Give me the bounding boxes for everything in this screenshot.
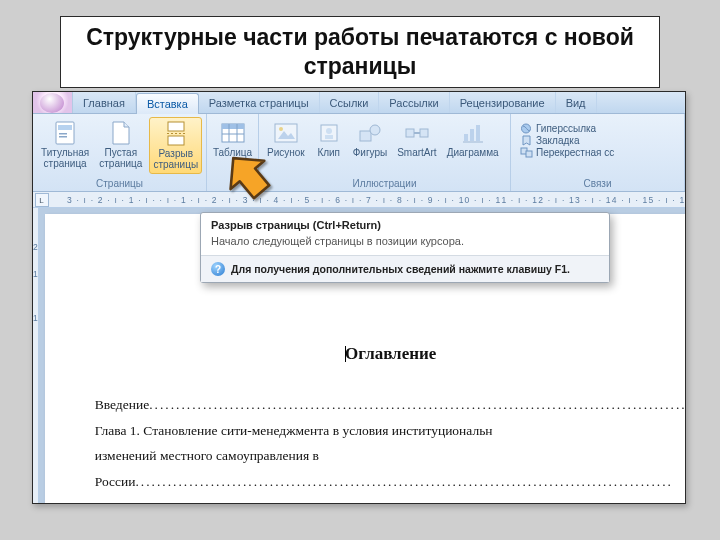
svg-rect-8 xyxy=(222,124,244,129)
tool-bookmark[interactable]: Закладка xyxy=(520,135,614,146)
svg-rect-1 xyxy=(58,125,72,130)
clip-icon xyxy=(315,120,343,146)
tab-references[interactable]: Ссылки xyxy=(320,92,380,113)
group-links: Гиперссылка Закладка Перекрестная сс Свя… xyxy=(511,114,685,191)
toc-line-ch1a: Глава 1. Становление сити-менеджмента в … xyxy=(95,418,686,444)
svg-rect-20 xyxy=(406,129,414,137)
tooltip-help: ? Для получения дополнительных сведений … xyxy=(201,255,609,282)
shapes-icon xyxy=(356,120,384,146)
group-pages-label: Страницы xyxy=(33,178,206,191)
hyperlink-icon xyxy=(520,123,533,134)
svg-rect-23 xyxy=(464,134,468,141)
svg-rect-25 xyxy=(476,125,480,141)
smartart-icon xyxy=(403,120,431,146)
tool-chart[interactable]: Диаграмма xyxy=(444,117,502,162)
tab-view[interactable]: Вид xyxy=(556,92,597,113)
tooltip-body: Начало следующей страницы в позиции курс… xyxy=(201,235,609,255)
svg-rect-29 xyxy=(526,151,532,157)
tool-blank-page[interactable]: Пустая страница xyxy=(96,117,145,172)
tab-home[interactable]: Главная xyxy=(73,92,136,113)
svg-rect-12 xyxy=(275,124,297,142)
ribbon-tabrow: Главная Вставка Разметка страницы Ссылки… xyxy=(33,92,685,114)
tooltip-title: Разрыв страницы (Ctrl+Return) xyxy=(201,213,609,235)
group-illustrations: Рисунок Клип Фигуры SmartArt xyxy=(259,114,511,191)
tool-crossref[interactable]: Перекрестная сс xyxy=(520,147,614,158)
toc-line-ch1b: изменений местного самоуправления в Росс… xyxy=(95,443,686,494)
tool-shapes[interactable]: Фигуры xyxy=(350,117,390,162)
word-screenshot: Главная Вставка Разметка страницы Ссылки… xyxy=(32,91,686,504)
page-break-icon xyxy=(162,121,190,147)
title-page-icon xyxy=(51,120,79,146)
help-icon: ? xyxy=(211,262,225,276)
table-icon xyxy=(219,120,247,146)
group-pages: Титульная страница Пустая страница Разры… xyxy=(33,114,207,191)
tab-mailings[interactable]: Рассылки xyxy=(379,92,449,113)
svg-point-19 xyxy=(370,125,380,135)
svg-point-16 xyxy=(326,128,332,134)
svg-rect-4 xyxy=(168,122,184,131)
tool-page-break[interactable]: Разрыв страницы xyxy=(149,117,202,174)
crossref-icon xyxy=(520,147,533,158)
svg-rect-5 xyxy=(168,136,184,145)
horizontal-ruler[interactable]: L 3 · ı · 2 · ı · 1 · ı · · ı · 1 · ı · … xyxy=(33,192,685,208)
tool-clip[interactable]: Клип xyxy=(312,117,346,162)
tab-insert[interactable]: Вставка xyxy=(136,93,199,114)
ribbon: Титульная страница Пустая страница Разры… xyxy=(33,114,685,192)
ruler-tab-selector[interactable]: L xyxy=(35,193,49,207)
tool-title-page[interactable]: Титульная страница xyxy=(38,117,92,172)
toc-line-intro: Введение xyxy=(95,392,686,418)
slide-title-box: Структурные части работы печатаются с но… xyxy=(60,16,660,88)
group-illustrations-label: Иллюстрации xyxy=(259,178,510,191)
svg-rect-2 xyxy=(59,133,67,135)
chart-icon xyxy=(459,120,487,146)
bookmark-icon xyxy=(520,135,533,146)
slide: Структурные части работы печатаются с но… xyxy=(0,0,720,540)
office-button[interactable] xyxy=(33,92,73,113)
pointer-arrow-icon xyxy=(220,148,282,210)
office-logo-icon xyxy=(40,93,64,113)
svg-rect-17 xyxy=(325,135,333,139)
svg-rect-18 xyxy=(360,131,371,141)
svg-point-14 xyxy=(279,127,283,131)
tool-hyperlink[interactable]: Гиперссылка xyxy=(520,123,614,134)
slide-title: Структурные части работы печатаются с но… xyxy=(77,23,643,81)
tooltip-page-break: Разрыв страницы (Ctrl+Return) Начало сле… xyxy=(200,212,610,283)
group-links-label: Связи xyxy=(511,178,684,191)
doc-heading: Оглавление xyxy=(95,344,686,364)
svg-rect-3 xyxy=(59,136,67,138)
svg-rect-21 xyxy=(420,129,428,137)
tab-review[interactable]: Рецензирование xyxy=(450,92,556,113)
vertical-ruler[interactable]: 2 1 1 xyxy=(33,208,39,503)
picture-icon xyxy=(272,120,300,146)
blank-page-icon xyxy=(107,120,135,146)
svg-rect-24 xyxy=(470,129,474,141)
tool-smartart[interactable]: SmartArt xyxy=(394,117,439,162)
tab-layout[interactable]: Разметка страницы xyxy=(199,92,320,113)
